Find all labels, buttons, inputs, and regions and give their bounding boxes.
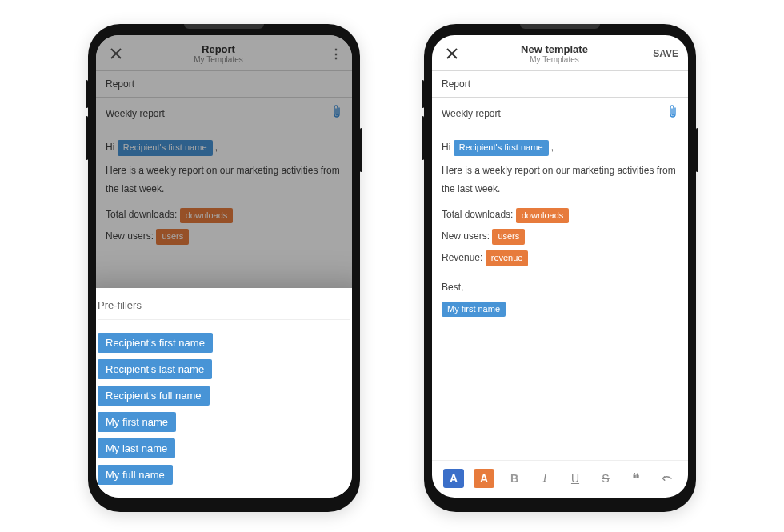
- bold-button[interactable]: B: [504, 469, 525, 488]
- more-icon[interactable]: ⋮: [310, 46, 342, 62]
- downloads-label: Total downloads:: [442, 209, 513, 220]
- header-subtitle: My Templates: [462, 55, 646, 64]
- body-paragraph: Here is a weekly report on our marketing…: [106, 162, 342, 198]
- subject-field[interactable]: Weekly report: [432, 98, 688, 130]
- chip-recipient-first-name[interactable]: Recipient's first name: [454, 140, 549, 155]
- chip-recipient-first-name[interactable]: Recipient's first name: [118, 140, 213, 155]
- phone-right: New template My Templates SAVE Report We…: [424, 24, 696, 512]
- attachment-icon[interactable]: [331, 105, 342, 122]
- screen-right: New template My Templates SAVE Report We…: [432, 35, 688, 498]
- chip-my-first-name[interactable]: My first name: [442, 302, 506, 317]
- prefillers-sheet: Pre-fillers Recipient's first name Recip…: [96, 288, 352, 498]
- app-header: New template My Templates SAVE: [432, 35, 688, 71]
- subject-value: Weekly report: [442, 108, 501, 119]
- close-icon[interactable]: [442, 48, 462, 59]
- template-name-field[interactable]: Report: [432, 71, 688, 98]
- template-name-field[interactable]: Report: [96, 71, 352, 98]
- sheet-title: Pre-fillers: [98, 299, 350, 320]
- phone-button: [696, 128, 698, 172]
- prefiller-option[interactable]: My full name: [98, 465, 173, 485]
- phone-button: [360, 128, 362, 172]
- header-title-block: New template My Templates: [462, 43, 646, 64]
- template-name-value: Report: [442, 78, 470, 90]
- subject-value: Weekly report: [106, 108, 165, 119]
- users-label: New users:: [106, 230, 154, 242]
- strikethrough-button[interactable]: S: [595, 469, 616, 488]
- header-title-block: Report My Templates: [126, 43, 310, 64]
- greeting-prefix: Hi: [442, 142, 450, 153]
- greeting-suffix: ,: [215, 142, 218, 153]
- signoff: Best,: [442, 278, 678, 297]
- subject-field[interactable]: Weekly report: [96, 98, 352, 130]
- prefiller-option[interactable]: Recipient's last name: [98, 359, 212, 379]
- chip-users[interactable]: users: [492, 229, 525, 244]
- attachment-icon[interactable]: [667, 105, 678, 122]
- undo-button[interactable]: [656, 469, 677, 488]
- users-label: New users:: [442, 230, 490, 242]
- app-header: Report My Templates ⋮: [96, 35, 352, 71]
- downloads-label: Total downloads:: [106, 209, 177, 220]
- chip-users[interactable]: users: [156, 229, 189, 244]
- revenue-label: Revenue:: [442, 252, 482, 263]
- screen-left: Report My Templates ⋮ Report Weekly repo…: [96, 35, 352, 498]
- chip-downloads[interactable]: downloads: [180, 208, 234, 223]
- template-name-value: Report: [106, 78, 134, 90]
- phone-left: Report My Templates ⋮ Report Weekly repo…: [88, 24, 360, 512]
- quote-button[interactable]: ❝: [626, 469, 646, 488]
- body-paragraph: Here is a weekly report on our marketing…: [442, 162, 678, 198]
- prefiller-option[interactable]: My first name: [98, 412, 176, 432]
- prefiller-option[interactable]: My last name: [98, 438, 175, 458]
- italic-button[interactable]: I: [534, 469, 555, 488]
- greeting-suffix: ,: [551, 142, 554, 153]
- header-title: Report: [126, 43, 310, 55]
- save-button[interactable]: SAVE: [646, 48, 678, 59]
- underline-button[interactable]: U: [565, 469, 586, 488]
- format-toolbar: A A B I U S ❝: [432, 460, 688, 498]
- prefiller-option[interactable]: Recipient's first name: [98, 333, 213, 353]
- close-icon[interactable]: [106, 48, 126, 59]
- chip-revenue[interactable]: revenue: [486, 250, 529, 266]
- greeting-prefix: Hi: [106, 142, 114, 153]
- phone-button: [86, 116, 88, 160]
- text-color-button[interactable]: A: [443, 469, 464, 488]
- email-body[interactable]: Hi Recipient's first name , Here is a we…: [432, 130, 688, 460]
- prefiller-option[interactable]: Recipient's full name: [98, 386, 210, 406]
- phone-button: [422, 80, 424, 108]
- highlight-color-button[interactable]: A: [474, 469, 494, 488]
- header-subtitle: My Templates: [126, 55, 310, 64]
- phone-button: [422, 116, 424, 160]
- chip-downloads[interactable]: downloads: [516, 208, 570, 223]
- header-title: New template: [462, 43, 646, 55]
- phone-button: [86, 80, 88, 108]
